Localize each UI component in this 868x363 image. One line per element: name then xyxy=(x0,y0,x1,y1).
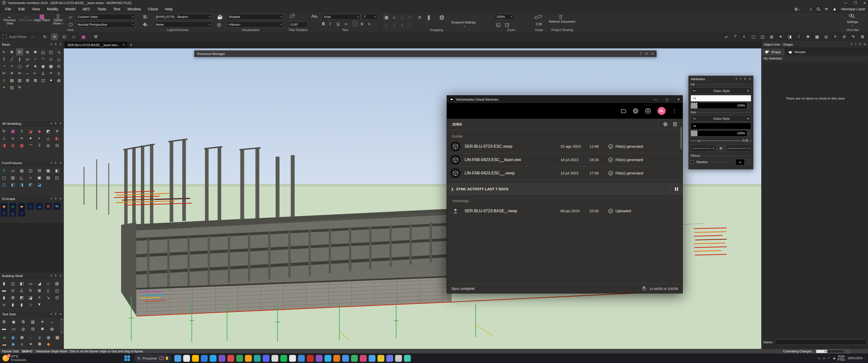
tool-icon[interactable]: ◧ xyxy=(54,135,61,142)
tool-icon[interactable]: ⊠ xyxy=(32,77,39,84)
globe-icon[interactable] xyxy=(633,108,639,114)
tool-icon[interactable]: ⌂ xyxy=(27,174,34,181)
tool-icon[interactable]: ▢ xyxy=(0,174,7,181)
snap-mode-icon[interactable]: ▦ xyxy=(383,14,390,21)
tool-icon[interactable]: △ xyxy=(45,135,52,142)
tool-icon[interactable]: ⊟ xyxy=(36,167,43,174)
tool-icon[interactable]: ◰ xyxy=(48,48,55,56)
object-name-input[interactable] xyxy=(775,339,867,345)
fit-objects-icon[interactable]: ◱ xyxy=(496,22,501,28)
taskbar-app-icon[interactable] xyxy=(218,355,225,362)
wifi-icon[interactable]: ◠ xyxy=(828,357,830,360)
taskbar-app-icon[interactable] xyxy=(360,355,367,362)
snap-mode-icon[interactable]: ∠ xyxy=(391,22,398,29)
fill-opacity-control[interactable]: 100% ⋮ xyxy=(691,103,751,109)
pen-style-select[interactable]: ↪ Class Style ▾ xyxy=(691,115,751,122)
pin-icon[interactable]: ⊼ xyxy=(55,197,57,200)
menu-item-tools[interactable]: Tools xyxy=(94,5,110,12)
pin-icon[interactable]: ⊼ xyxy=(859,43,861,46)
tool-icon[interactable]: ● xyxy=(27,135,34,142)
view-toolbar-icon[interactable]: ◫ xyxy=(759,33,766,40)
user-icon[interactable]: ☻ xyxy=(833,7,837,11)
view-toolbar-icon[interactable]: ▢ xyxy=(750,33,757,40)
tool-icon[interactable]: ◩ xyxy=(27,181,34,188)
kebab-menu-icon[interactable]: ⋮ xyxy=(747,103,751,108)
menu-item-file[interactable]: File xyxy=(1,5,14,12)
tool-icon[interactable]: ◨ xyxy=(0,142,7,149)
taskbar-app-icon[interactable] xyxy=(386,355,393,362)
processing-chip-icon[interactable] xyxy=(663,122,668,127)
align-left-icon[interactable]: ≡ xyxy=(345,22,347,26)
tool-icon[interactable]: ▥ xyxy=(29,318,36,325)
document-tab[interactable]: SER-BLU-0723-BASE__lauer.vwx... ✕ xyxy=(65,42,127,48)
font-select[interactable]: Arial▾ xyxy=(322,14,360,20)
scrollbar-thumb[interactable] xyxy=(681,127,682,149)
tool-icon[interactable]: ↻ xyxy=(0,128,7,135)
tool-icon[interactable]: ⊡ xyxy=(54,142,61,149)
taskbar-app-icon[interactable] xyxy=(333,355,340,362)
italic-button[interactable]: I xyxy=(330,22,331,26)
close-icon[interactable]: ✕ xyxy=(59,122,62,125)
tool-icon[interactable]: ▯ xyxy=(55,70,62,77)
menu-item-help[interactable]: Help xyxy=(161,5,176,12)
tool-icon[interactable]: ◫ xyxy=(9,280,17,287)
view-toolbar-icon[interactable]: ✥ xyxy=(804,33,811,40)
fill-color-swatch[interactable]: ↪ xyxy=(691,95,751,102)
menu-icon[interactable]: ≡ xyxy=(850,43,852,46)
view-toolbar-icon[interactable]: ⊘ xyxy=(841,33,848,40)
tool-icon[interactable]: ✂ xyxy=(16,70,23,77)
rotate-mode-icon[interactable]: ↻ xyxy=(41,33,49,40)
saved-views-button[interactable]: ▯Saved Views ▾ xyxy=(50,14,66,26)
tool-icon[interactable]: ▮ xyxy=(9,301,17,308)
tool-icon[interactable]: ✄ xyxy=(0,70,7,77)
menu-icon[interactable]: ≡ xyxy=(50,161,52,165)
tool-icon[interactable]: ⊙ xyxy=(55,63,62,70)
job-row[interactable]: LIN-FAB-0423-ESC__lauer.vwx14 jul 202318… xyxy=(447,153,682,167)
taskbar-search[interactable]: Pesquisar xyxy=(134,355,171,362)
tool-icon[interactable]: ↘ xyxy=(55,48,62,56)
grid-mode-icon[interactable]: ▦ xyxy=(80,33,87,40)
projection-select[interactable]: Normal Perspective▾ xyxy=(76,22,135,28)
cloud-dialog-titlebar[interactable]: Vectorworks Cloud Services — ▢ ✕ xyxy=(447,96,683,103)
tool-icon[interactable]: ▮ xyxy=(0,294,7,301)
tool-icon[interactable]: ◫ xyxy=(54,287,61,294)
snap-mode-icon[interactable]: ◉ xyxy=(391,14,398,21)
tool-icon[interactable]: ▬ xyxy=(0,287,7,294)
tool-icon[interactable]: ▨ xyxy=(45,174,52,181)
tool-icon[interactable]: ◠ xyxy=(40,56,47,63)
tool-icon[interactable]: ⊥ xyxy=(0,135,7,142)
tool-icon[interactable]: ✳ xyxy=(54,128,61,135)
tool-icon[interactable]: ▭ xyxy=(10,325,17,332)
menu-icon[interactable]: ≡ xyxy=(50,274,52,277)
start-button[interactable] xyxy=(124,356,130,361)
tool-icon[interactable]: ▭ xyxy=(9,167,17,174)
resource-manager-titlebar[interactable]: Resource Manager ? ⊡ ✕ xyxy=(194,51,656,57)
snap-mode-icon[interactable]: ✕ xyxy=(406,14,413,21)
tool-icon[interactable]: ▯ xyxy=(45,287,52,294)
menu-item-edit[interactable]: Edit xyxy=(14,5,28,12)
view-toolbar-icon[interactable]: ⊞ xyxy=(859,33,866,40)
taskbar-app-icon[interactable] xyxy=(210,355,217,362)
tool-icon[interactable]: ⌂ xyxy=(0,77,7,84)
menu-item-model[interactable]: Model xyxy=(62,5,79,12)
font-size-select[interactable]: 7▾ xyxy=(362,14,377,20)
close-icon[interactable]: ✕ xyxy=(864,43,866,46)
gear-icon[interactable]: ⚙ ▾ xyxy=(794,7,800,11)
tool-icon[interactable]: ▩ xyxy=(18,142,25,149)
taskbar-app-icon[interactable] xyxy=(351,355,358,362)
tool-icon[interactable]: ▥ xyxy=(54,280,61,287)
tool-icon[interactable]: ◩ xyxy=(18,294,25,301)
maximize-icon[interactable]: ▢ xyxy=(665,98,669,101)
tool-icon[interactable]: ◪ xyxy=(36,181,43,188)
fit-page-icon[interactable]: ◳ xyxy=(505,22,509,28)
new-tab-button[interactable]: + xyxy=(130,43,132,47)
close-icon[interactable]: ✕ xyxy=(677,98,680,101)
tool-icon[interactable]: ▭ xyxy=(27,280,34,287)
tool-icon[interactable]: ↻ xyxy=(16,48,23,56)
taskbar-app-icon[interactable] xyxy=(298,355,305,362)
working-plane-icon[interactable]: ▱ xyxy=(70,33,77,40)
render-style-glasses-icon[interactable]: ◎ xyxy=(217,22,221,28)
plane-mode-icon[interactable]: ▱ xyxy=(29,33,36,40)
tool-icon[interactable]: ★ xyxy=(32,63,39,70)
tool-icon[interactable]: ▮ xyxy=(0,280,7,287)
